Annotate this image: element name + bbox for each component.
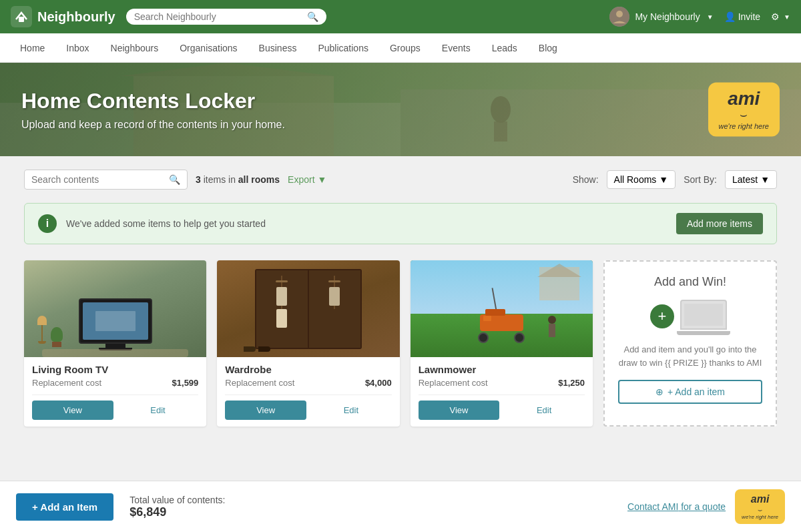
item-2-cost-value: $4,000 xyxy=(365,378,392,388)
nav-item-publications[interactable]: Publications xyxy=(308,35,378,61)
nav-item-leads[interactable]: Leads xyxy=(483,35,527,61)
item-2-details: Wardrobe Replacement cost $4,000 View Ed… xyxy=(217,357,399,427)
toolbar: 🔍 3 items in all rooms Export ▼ Show: Al… xyxy=(24,170,777,190)
add-circle-icon: + xyxy=(650,304,674,328)
ami-tagline: we're right here xyxy=(719,122,769,130)
item-image-mower xyxy=(411,260,593,357)
toolbar-right: Show: All Rooms ▼ Sort By: Latest ▼ xyxy=(573,170,777,189)
win-card-description: Add and item and you'll go into the draw… xyxy=(618,343,762,369)
search-contents-icon: 🔍 xyxy=(169,174,180,185)
invite-label: Invite xyxy=(738,11,760,22)
item-3-cost-row: Replacement cost $1,250 xyxy=(419,378,585,388)
item-3-edit-button[interactable]: Edit xyxy=(503,401,585,420)
nav-item-blog[interactable]: Blog xyxy=(529,35,567,61)
search-bar: 🔍 xyxy=(126,9,326,25)
item-image-wardrobe xyxy=(217,260,399,357)
ami-logo: ami ⌣ we're right here xyxy=(708,83,780,137)
avatar xyxy=(609,7,629,27)
gear-icon: ⚙ xyxy=(771,11,780,22)
hero-text: Home Contents Locker Upload and keep a r… xyxy=(21,89,285,131)
nav-item-home[interactable]: Home xyxy=(11,35,54,61)
item-3-cost-value: $1,250 xyxy=(558,378,585,388)
settings-chevron-icon: ▼ xyxy=(784,13,790,21)
svg-point-9 xyxy=(491,96,511,123)
info-banner-text: We've added some items to help get you s… xyxy=(66,218,667,229)
item-2-cost-row: Replacement cost $4,000 xyxy=(225,378,391,388)
search-input[interactable] xyxy=(134,11,307,22)
search-contents-bar: 🔍 xyxy=(24,170,188,190)
logo-icon xyxy=(11,6,32,27)
item-card-mower: Lawnmower Replacement cost $1,250 View E… xyxy=(411,260,593,427)
item-1-actions: View Edit xyxy=(32,394,198,420)
info-icon: i xyxy=(38,214,57,233)
sort-chevron-icon: ▼ xyxy=(760,174,770,185)
add-item-win-button[interactable]: ⊕ + Add an item xyxy=(618,380,762,404)
item-image-tv xyxy=(24,260,206,357)
ami-logo-text: ami xyxy=(728,89,760,108)
logo[interactable]: Neighbourly xyxy=(11,6,115,27)
item-1-cost-row: Replacement cost $1,599 xyxy=(32,378,198,388)
search-contents-input[interactable] xyxy=(31,174,165,185)
nav-item-inbox[interactable]: Inbox xyxy=(57,35,98,61)
item-3-cost-label: Replacement cost xyxy=(419,378,488,388)
item-2-cost-label: Replacement cost xyxy=(225,378,294,388)
item-1-name: Living Room TV xyxy=(32,364,198,375)
info-banner: i We've added some items to help get you… xyxy=(24,203,777,244)
my-neighbourly-chevron-icon: ▼ xyxy=(707,13,714,21)
items-count-number: 3 xyxy=(196,174,201,185)
svg-rect-10 xyxy=(494,121,507,142)
win-card: Add and Win! + Add and item and you'll g… xyxy=(603,260,777,427)
header-right: My Neighbourly ▼ 👤 Invite ⚙ ▼ xyxy=(609,7,790,27)
items-count: 3 items in all rooms xyxy=(196,174,280,185)
all-rooms-dropdown[interactable]: All Rooms ▼ xyxy=(607,170,676,189)
item-1-cost-value: $1,599 xyxy=(172,378,199,388)
hero-title: Home Contents Locker xyxy=(21,89,285,113)
add-item-win-label: + Add an item xyxy=(668,386,725,397)
item-3-actions: View Edit xyxy=(419,394,585,420)
main-nav: Home Inbox Neighbours Organisations Busi… xyxy=(0,33,801,63)
sort-value: Latest xyxy=(732,174,758,185)
invite-button[interactable]: 👤 Invite xyxy=(724,11,760,22)
show-label: Show: xyxy=(573,174,599,185)
hero-banner: Home Contents Locker Upload and keep a r… xyxy=(0,63,801,156)
item-3-view-button[interactable]: View xyxy=(419,401,500,420)
item-card-wardrobe: Wardrobe Replacement cost $4,000 View Ed… xyxy=(217,260,399,427)
my-neighbourly-button[interactable]: My Neighbourly ▼ xyxy=(609,7,713,27)
nav-item-neighbours[interactable]: Neighbours xyxy=(101,35,168,61)
nav-item-events[interactable]: Events xyxy=(433,35,480,61)
export-label: Export xyxy=(288,174,314,185)
items-grid: Living Room TV Replacement cost $1,599 V… xyxy=(24,260,777,427)
nav-item-groups[interactable]: Groups xyxy=(380,35,430,61)
settings-button[interactable]: ⚙ ▼ xyxy=(771,11,790,22)
ami-smile-icon: ⌣ xyxy=(740,108,748,122)
all-rooms-label: All Rooms xyxy=(614,174,657,185)
nav-item-organisations[interactable]: Organisations xyxy=(170,35,246,61)
item-1-edit-button[interactable]: Edit xyxy=(117,401,199,420)
rooms-highlight: all rooms xyxy=(238,174,280,185)
add-item-win-plus-icon: ⊕ xyxy=(655,386,663,397)
item-1-cost-label: Replacement cost xyxy=(32,378,101,388)
sort-label: Sort By: xyxy=(684,174,717,185)
search-icon-button[interactable]: 🔍 xyxy=(307,11,318,22)
laptop-icon xyxy=(677,300,730,335)
item-1-details: Living Room TV Replacement cost $1,599 V… xyxy=(24,357,206,427)
main-content: 🔍 3 items in all rooms Export ▼ Show: Al… xyxy=(13,156,788,456)
svg-rect-1 xyxy=(19,17,24,22)
item-2-actions: View Edit xyxy=(225,394,391,420)
nav-item-business[interactable]: Business xyxy=(250,35,306,61)
item-2-view-button[interactable]: View xyxy=(225,401,306,420)
sort-dropdown[interactable]: Latest ▼ xyxy=(725,170,777,189)
item-2-edit-button[interactable]: Edit xyxy=(310,401,392,420)
logo-text: Neighbourly xyxy=(37,9,115,25)
item-3-name: Lawnmower xyxy=(419,364,585,375)
item-card-tv: Living Room TV Replacement cost $1,599 V… xyxy=(24,260,206,427)
my-neighbourly-label: My Neighbourly xyxy=(635,11,700,22)
hero-subtitle: Upload and keep a record of the contents… xyxy=(21,119,285,131)
person-icon: 👤 xyxy=(724,11,736,22)
item-1-view-button[interactable]: View xyxy=(32,401,113,420)
svg-point-3 xyxy=(616,11,623,17)
item-3-details: Lawnmower Replacement cost $1,250 View E… xyxy=(411,357,593,427)
win-card-title: Add and Win! xyxy=(654,275,726,289)
add-more-items-button[interactable]: Add more items xyxy=(676,213,763,234)
export-button[interactable]: Export ▼ xyxy=(288,174,326,185)
